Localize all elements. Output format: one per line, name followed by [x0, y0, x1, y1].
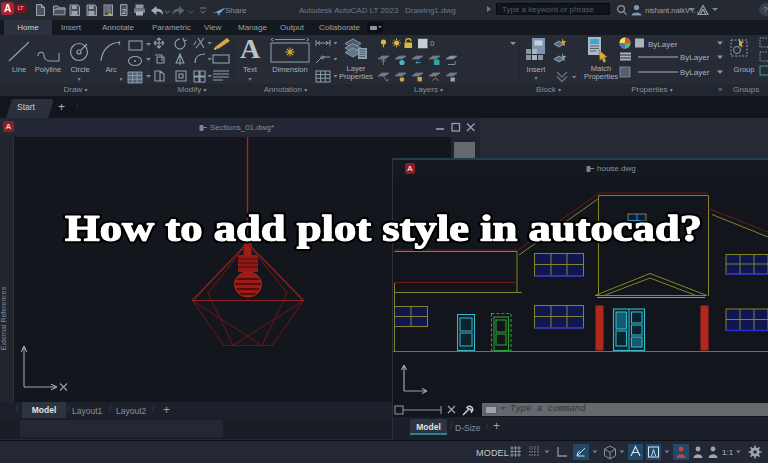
svg-text:ByLayer: ByLayer — [648, 40, 678, 49]
svg-text:ByLayer: ByLayer — [680, 53, 710, 62]
svg-text:1:1: 1:1 — [722, 448, 734, 457]
svg-text:2: 2 — [122, 7, 127, 16]
svg-text:ByLayer: ByLayer — [680, 68, 710, 77]
